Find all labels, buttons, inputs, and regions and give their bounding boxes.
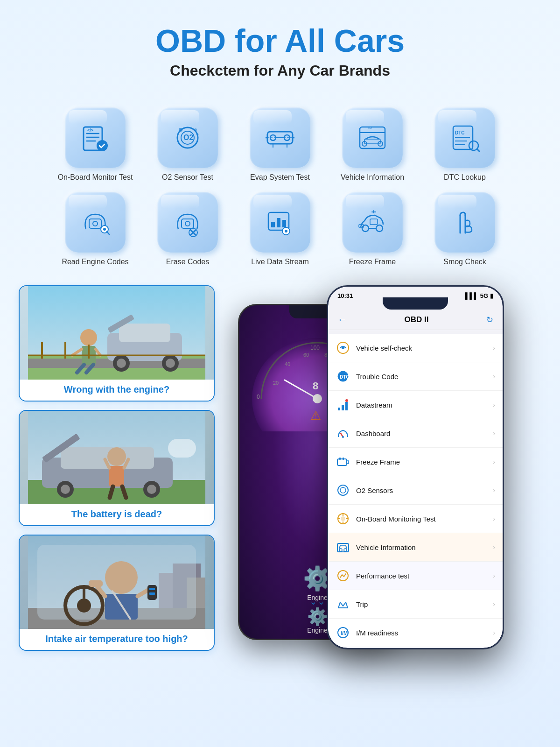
svg-text:i/M: i/M	[341, 630, 348, 636]
svg-rect-43	[271, 222, 275, 227]
on-board-monitoring-icon	[336, 511, 350, 526]
menu-item-trouble-code[interactable]: DTC Trouble Code ›	[328, 362, 503, 391]
icon-item-live-data[interactable]: Live Data Stream	[236, 192, 324, 267]
trip-icon	[336, 597, 350, 612]
menu-item-trip[interactable]: Trip ›	[328, 590, 503, 619]
svg-point-49	[376, 225, 383, 232]
svg-rect-34	[89, 219, 101, 228]
icon-label-live-data: Live Data Stream	[251, 257, 309, 267]
trip-arrow: ›	[493, 600, 495, 608]
svg-point-9	[179, 128, 182, 132]
svg-rect-130	[337, 459, 347, 465]
vehicle-self-check-arrow: ›	[493, 344, 495, 352]
icon-box-freeze-frame	[342, 192, 403, 253]
im-readiness-label: I/M readiness	[356, 629, 493, 637]
icon-box-dtc-lookup: DTC	[434, 107, 495, 168]
menu-item-on-board-monitoring[interactable]: On-Board Monitoring Test ›	[328, 505, 503, 533]
trouble-code-icon: DTC	[336, 369, 350, 384]
svg-rect-45	[282, 220, 286, 227]
svg-text:⚠: ⚠	[310, 409, 321, 423]
icon-box-vehicle-info: ID	[342, 107, 403, 168]
freeze-frame-label: Freeze Frame	[356, 458, 493, 466]
svg-rect-104	[149, 588, 155, 590]
menu-item-vehicle-information[interactable]: Vehicle Information ›	[328, 533, 503, 562]
vehicle-self-check-icon	[336, 340, 350, 355]
svg-point-47	[285, 230, 287, 233]
signal-icon: ▌▌▌	[465, 292, 478, 299]
o2-sensors-icon	[336, 483, 350, 498]
icon-label-on-board-monitor: On-Board Monitor Test	[58, 173, 133, 183]
svg-text:60: 60	[303, 352, 309, 358]
svg-point-5	[97, 140, 108, 151]
vehicle-information-arrow: ›	[493, 543, 495, 551]
svg-rect-126	[345, 402, 348, 410]
icon-item-vehicle-info[interactable]: ID Vehicle Information	[329, 107, 416, 183]
icon-item-on-board-monitor[interactable]: </> On-Board Monitor Test	[51, 107, 139, 183]
nav-refresh-button[interactable]: ↻	[486, 315, 493, 325]
temp-scene-content	[20, 536, 214, 629]
nav-back-button[interactable]: ←	[337, 314, 347, 325]
svg-text:40: 40	[285, 361, 290, 367]
svg-text:20: 20	[273, 380, 279, 386]
engine-scene-image	[20, 286, 214, 380]
feature-icon-grid: </> On-Board Monitor Test O2 O2 Sensor T…	[23, 93, 537, 276]
engine-problem-card: Wrong with the engine?	[19, 285, 215, 402]
svg-text:O2: O2	[183, 134, 193, 141]
datastream-icon	[336, 397, 350, 412]
menu-item-dashboard[interactable]: Dashboard ›	[328, 419, 503, 448]
svg-text:DTC: DTC	[455, 130, 465, 135]
icon-box-erase-codes	[157, 192, 218, 253]
icon-item-smog-check[interactable]: Smog Check	[421, 192, 509, 267]
menu-item-im-readiness[interactable]: i/M I/M readiness ›	[328, 619, 503, 647]
nav-title: OBD II	[405, 315, 429, 324]
menu-item-vehicle-self-check[interactable]: Vehicle self-check ›	[328, 334, 503, 362]
datastream-arrow: ›	[493, 401, 495, 409]
svg-point-142	[339, 549, 342, 551]
battery-scene-content	[20, 411, 214, 504]
problem-cards-container: Wrong with the engine?	[19, 285, 215, 651]
svg-rect-132	[343, 458, 344, 460]
o2-sensors-label: O2 Sensors	[356, 486, 493, 494]
icon-item-evap-system[interactable]: Evap System Test	[236, 107, 324, 183]
svg-point-143	[344, 549, 347, 551]
icon-box-o2-sensor: O2	[157, 107, 218, 168]
status-icons: ▌▌▌ 5G ▮	[465, 292, 493, 299]
svg-point-37	[103, 228, 106, 231]
svg-rect-57	[119, 324, 170, 342]
svg-line-33	[477, 149, 479, 151]
trip-label: Trip	[356, 600, 493, 608]
icon-item-dtc-lookup[interactable]: DTC DTC Lookup	[421, 107, 509, 183]
svg-point-35	[93, 221, 98, 226]
svg-rect-105	[149, 592, 155, 595]
icon-item-freeze-frame[interactable]: Freeze Frame	[329, 192, 416, 267]
performance-test-label: Performance test	[356, 572, 493, 580]
svg-point-40	[185, 221, 190, 226]
svg-rect-51	[370, 219, 378, 225]
temp-problem-label: Intake air temperature too high?	[20, 629, 214, 650]
page-header: OBD for All Cars Checkctem for Any Car B…	[0, 0, 560, 93]
svg-point-133	[338, 485, 348, 495]
phone-front-screen: 10:31 ▌▌▌ 5G ▮ ← OBD II ↻	[328, 287, 503, 648]
icon-item-erase-codes[interactable]: Erase Codes	[144, 192, 231, 267]
icon-label-read-engine: Read Engine Codes	[62, 257, 128, 267]
menu-item-o2-sensors[interactable]: O2 Sensors ›	[328, 476, 503, 505]
svg-rect-83	[109, 466, 124, 486]
svg-point-60	[117, 359, 126, 368]
svg-text:0: 0	[257, 394, 260, 400]
battery-icon: ▮	[490, 292, 493, 299]
icon-item-o2-sensor[interactable]: O2 O2 Sensor Test	[144, 107, 231, 183]
icon-box-smog-check	[434, 192, 495, 253]
svg-point-129	[342, 436, 344, 438]
engine-scene-content	[20, 286, 214, 380]
menu-item-performance-test[interactable]: Performance test ›	[328, 562, 503, 590]
svg-point-96	[77, 599, 91, 613]
performance-test-arrow: ›	[493, 572, 495, 579]
menu-item-datastream[interactable]: Datastream ›	[328, 391, 503, 419]
phone-front-mockup: 10:31 ▌▌▌ 5G ▮ ← OBD II ↻	[327, 285, 504, 649]
svg-point-10	[194, 128, 197, 131]
obd-menu-list: Vehicle self-check › DTC Trouble Code ›	[328, 334, 503, 647]
icon-item-read-engine[interactable]: Read Engine Codes	[51, 192, 139, 267]
svg-point-82	[107, 447, 126, 466]
menu-item-freeze-frame[interactable]: Freeze Frame ›	[328, 448, 503, 476]
on-board-monitoring-label: On-Board Monitoring Test	[356, 515, 493, 523]
